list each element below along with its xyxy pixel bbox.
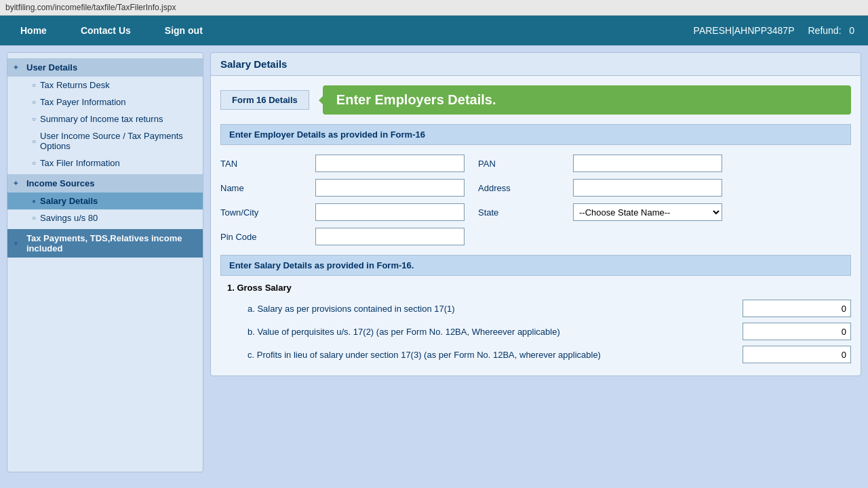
pan-label: PAN bbox=[478, 159, 559, 169]
sidebar-item-user-income-source[interactable]: User Income Source / Tax Payments Option… bbox=[7, 127, 203, 155]
state-label: State bbox=[478, 207, 559, 218]
nav-signout[interactable]: Sign out bbox=[158, 25, 230, 36]
sidebar-header-tax-payments[interactable]: Tax Payments, TDS,Relatives income inclu… bbox=[7, 229, 203, 258]
refund-label: Refund: 0 bbox=[808, 25, 854, 36]
sidebar-section-tax-payments: Tax Payments, TDS,Relatives income inclu… bbox=[7, 229, 203, 258]
salary-sub-label-b: b. Value of perquisites u/s. 17(2) (as p… bbox=[248, 327, 737, 337]
browser-bar: byitfiling.com/incomefile/taxfile/TaxFil… bbox=[0, 0, 868, 16]
salary-sub-label-a: a. Salary as per provisions contained in… bbox=[248, 304, 737, 314]
salary-input-a[interactable] bbox=[743, 300, 851, 317]
employer-section-header: Enter Employer Details as provided in Fo… bbox=[220, 124, 851, 145]
page-title: Salary Details bbox=[210, 52, 861, 76]
name-label: Name bbox=[220, 183, 302, 193]
main-content: Salary Details Form 16 Details Enter Emp… bbox=[210, 52, 861, 472]
salary-input-b[interactable] bbox=[743, 323, 851, 340]
user-info: PARESH|AHNPP3487P Refund: 0 bbox=[694, 25, 854, 36]
salary-sub-row-a: a. Salary as per provisions contained in… bbox=[220, 297, 851, 320]
pincode-input[interactable] bbox=[315, 228, 465, 245]
sidebar-header-income-sources[interactable]: Income Sources bbox=[7, 174, 203, 192]
pan-input[interactable] bbox=[573, 155, 722, 172]
employer-form-grid: TAN PAN Name Address Town/City State --C… bbox=[220, 155, 851, 245]
sidebar-item-tax-returns-desk[interactable]: Tax Returns Desk bbox=[7, 77, 203, 94]
salary-sub-row-b: b. Value of perquisites u/s. 17(2) (as p… bbox=[220, 320, 851, 343]
sidebar-header-user-details[interactable]: User Details bbox=[7, 58, 203, 77]
name-input[interactable] bbox=[315, 179, 465, 197]
main-layout: User Details Tax Returns Desk Tax Payer … bbox=[0, 45, 868, 479]
content-body: Form 16 Details Enter Employers Details.… bbox=[210, 76, 861, 376]
pincode-label: Pin Code bbox=[220, 232, 302, 242]
nav-contact[interactable]: Contact Us bbox=[74, 25, 158, 36]
gross-salary-label: 1. Gross Salary bbox=[220, 283, 851, 293]
gross-salary-section: 1. Gross Salary a. Salary as per provisi… bbox=[220, 283, 851, 366]
form-header-row: Form 16 Details Enter Employers Details. bbox=[220, 85, 851, 115]
address-label: Address bbox=[478, 183, 559, 193]
state-select[interactable]: --Choose State Name-- Andhra Pradesh Ass… bbox=[573, 203, 722, 221]
address-input[interactable] bbox=[573, 179, 722, 197]
top-nav: Home Contact Us Sign out PARESH|AHNPP348… bbox=[0, 16, 868, 45]
sidebar-item-salary-details[interactable]: Salary Details bbox=[7, 192, 203, 209]
salary-sub-row-c: c. Profits in lieu of salary under secti… bbox=[220, 343, 851, 366]
tooltip-banner: Enter Employers Details. bbox=[323, 85, 851, 115]
user-name: PARESH|AHNPP3487P bbox=[694, 25, 795, 36]
sidebar-item-summary[interactable]: Summary of Income tax returns bbox=[7, 110, 203, 127]
tan-label: TAN bbox=[220, 159, 302, 169]
sidebar-section-income-sources: Income Sources Salary Details Savings u/… bbox=[7, 174, 203, 226]
sidebar-item-savings[interactable]: Savings u/s 80 bbox=[7, 209, 203, 226]
form16-label: Form 16 Details bbox=[220, 90, 309, 110]
sidebar-item-tax-payer-info[interactable]: Tax Payer Information bbox=[7, 94, 203, 110]
salary-section-header: Enter Salary Details as provided in Form… bbox=[220, 255, 851, 276]
towncity-input[interactable] bbox=[315, 203, 465, 221]
sidebar-item-tax-filer-info[interactable]: Tax Filer Information bbox=[7, 155, 203, 171]
tan-input[interactable] bbox=[315, 155, 465, 172]
url-bar: byitfiling.com/incomefile/taxfile/TaxFil… bbox=[5, 3, 863, 12]
salary-sub-label-c: c. Profits in lieu of salary under secti… bbox=[248, 350, 737, 360]
sidebar-section-user-details: User Details Tax Returns Desk Tax Payer … bbox=[7, 58, 203, 171]
towncity-label: Town/City bbox=[220, 207, 302, 218]
sidebar: User Details Tax Returns Desk Tax Payer … bbox=[7, 52, 203, 472]
salary-input-c[interactable] bbox=[743, 346, 851, 363]
nav-home[interactable]: Home bbox=[14, 25, 74, 36]
